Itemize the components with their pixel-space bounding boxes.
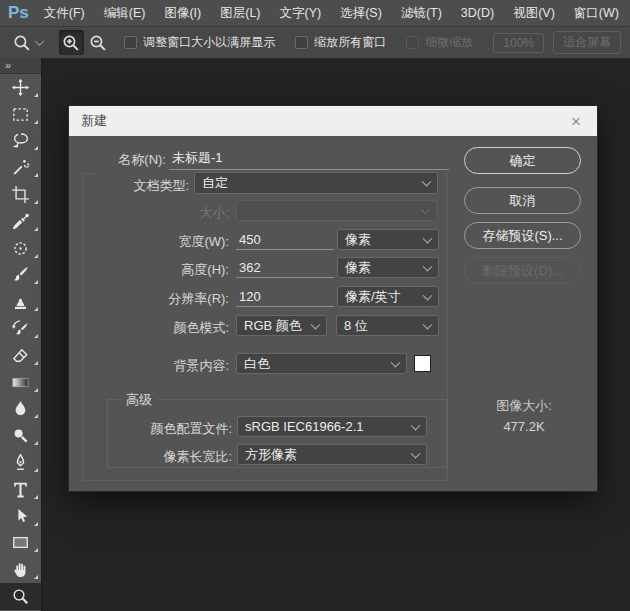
pixel-aspect-value: 方形像素 <box>245 446 297 464</box>
image-size-value: 477.2K <box>464 419 584 434</box>
menu-select[interactable]: 选择(S) <box>340 5 382 22</box>
resolution-input[interactable]: 120 <box>236 286 334 307</box>
chevron-down-icon <box>423 233 433 243</box>
tool-healing-brush[interactable] <box>0 235 41 262</box>
name-value: 未标题-1 <box>172 149 223 167</box>
zoom-out-icon <box>88 33 108 53</box>
height-unit-value: 像素 <box>345 259 371 277</box>
delete-preset-button: 删除预设(D)... <box>464 257 581 284</box>
doc-type-value: 自定 <box>202 174 228 192</box>
tool-lasso[interactable] <box>0 128 41 155</box>
pen-icon <box>11 453 30 472</box>
lasso-icon <box>11 131 30 150</box>
resolution-unit-dropdown[interactable]: 像素/英寸 <box>337 286 439 307</box>
image-size-label: 图像大小: <box>464 397 584 415</box>
tool-type[interactable] <box>0 476 41 503</box>
tool-pen[interactable] <box>0 449 41 476</box>
tool-brush[interactable] <box>0 262 41 289</box>
tool-move[interactable] <box>0 74 41 101</box>
menu-3d[interactable]: 3D(D) <box>461 6 494 20</box>
options-bar: 调整窗口大小以满屏显示 缩放所有窗口 细微缩放 100% 适合屏幕 <box>0 27 630 59</box>
scrubby-zoom-checkbox-label: 细微缩放 <box>425 34 473 51</box>
resolution-value: 120 <box>239 289 261 304</box>
name-label: 名称(N): <box>86 151 166 169</box>
color-mode-dropdown[interactable]: RGB 颜色 <box>236 315 327 336</box>
menu-window[interactable]: 窗口(W) <box>574 5 619 22</box>
cancel-button[interactable]: 取消 <box>464 187 581 214</box>
chevron-down-icon <box>422 177 432 187</box>
bit-depth-dropdown[interactable]: 8 位 <box>336 315 439 336</box>
chevron-down-icon <box>423 290 433 300</box>
blur-drop-icon <box>11 399 30 418</box>
tool-crop[interactable] <box>0 181 41 208</box>
zoom-out-button[interactable] <box>86 30 111 55</box>
zoom-icon <box>11 587 30 606</box>
background-dropdown[interactable]: 白色 <box>236 353 407 374</box>
tool-preset-picker[interactable] <box>12 33 43 53</box>
tool-eraser[interactable] <box>0 342 41 369</box>
background-color-swatch[interactable] <box>414 355 431 372</box>
height-value: 362 <box>239 260 261 275</box>
tools-panel-collapse-button[interactable]: » <box>0 58 41 74</box>
tool-magic-wand[interactable] <box>0 154 41 181</box>
photoshop-window: { "menu_bar": { "logo": "Ps", "items": [… <box>0 0 630 611</box>
hand-icon <box>11 560 30 579</box>
healing-brush-icon <box>11 239 30 258</box>
actual-pixels-button: 100% <box>493 33 544 53</box>
pixel-aspect-dropdown[interactable]: 方形像素 <box>237 444 427 465</box>
ok-button[interactable]: 确定 <box>464 147 581 174</box>
tool-zoom[interactable] <box>0 583 41 610</box>
gradient-icon <box>11 373 30 392</box>
tool-path-selection[interactable] <box>0 503 41 530</box>
menu-layer[interactable]: 图层(L) <box>220 5 260 22</box>
menu-filter[interactable]: 滤镜(T) <box>401 5 442 22</box>
color-profile-dropdown[interactable]: sRGB IEC61966-2.1 <box>237 416 427 437</box>
doc-type-dropdown[interactable]: 自定 <box>194 172 438 194</box>
close-icon[interactable]: × <box>567 113 585 130</box>
advanced-label[interactable]: 高级 <box>121 391 157 409</box>
dialog-title: 新建 <box>81 112 107 130</box>
menu-view[interactable]: 视图(V) <box>513 5 555 22</box>
save-preset-button[interactable]: 存储预设(S)... <box>464 222 581 249</box>
width-value: 450 <box>239 232 261 247</box>
menu-edit[interactable]: 编辑(E) <box>104 5 146 22</box>
width-unit-value: 像素 <box>345 231 371 249</box>
chevron-down-icon <box>411 420 421 430</box>
fit-screen-button: 适合屏幕 <box>553 31 621 54</box>
resolution-label: 分辨率(R): <box>129 290 229 308</box>
tool-rectangle-shape[interactable] <box>0 530 41 557</box>
fit-window-checkbox[interactable] <box>124 36 137 49</box>
height-input[interactable]: 362 <box>236 257 334 278</box>
menu-type[interactable]: 文字(Y) <box>280 5 322 22</box>
clone-stamp-icon <box>11 292 30 311</box>
tool-hand[interactable] <box>0 556 41 583</box>
dodge-icon <box>11 426 30 445</box>
tool-rectangular-marquee[interactable] <box>0 101 41 128</box>
eyedropper-icon <box>11 212 30 231</box>
width-unit-dropdown[interactable]: 像素 <box>337 229 439 250</box>
tool-eyedropper[interactable] <box>0 208 41 235</box>
history-brush-icon <box>11 319 30 338</box>
bit-depth-value: 8 位 <box>344 317 368 335</box>
tools-list <box>0 74 41 611</box>
tool-blur[interactable] <box>0 396 41 423</box>
menu-file[interactable]: 文件(F) <box>44 5 85 22</box>
chevron-down-icon <box>423 261 433 271</box>
tool-gradient[interactable] <box>0 369 41 396</box>
photoshop-logo: Ps <box>8 3 29 23</box>
fit-window-checkbox-label[interactable]: 调整窗口大小以满屏显示 <box>143 34 275 51</box>
height-unit-dropdown[interactable]: 像素 <box>337 257 439 278</box>
zoom-all-windows-checkbox[interactable] <box>295 36 308 49</box>
zoom-tool-icon <box>12 33 32 53</box>
zoom-in-button[interactable] <box>59 30 84 55</box>
dialog-titlebar[interactable]: 新建 × <box>69 106 597 136</box>
tool-history-brush[interactable] <box>0 315 41 342</box>
chevron-down-icon <box>311 319 321 329</box>
tool-dodge[interactable] <box>0 422 41 449</box>
tool-clone-stamp[interactable] <box>0 288 41 315</box>
width-input[interactable]: 450 <box>236 229 334 250</box>
size-dropdown <box>236 200 437 221</box>
menu-image[interactable]: 图像(I) <box>164 5 201 22</box>
name-input[interactable]: 未标题-1 <box>169 148 449 170</box>
zoom-all-windows-checkbox-label[interactable]: 缩放所有窗口 <box>314 34 386 51</box>
